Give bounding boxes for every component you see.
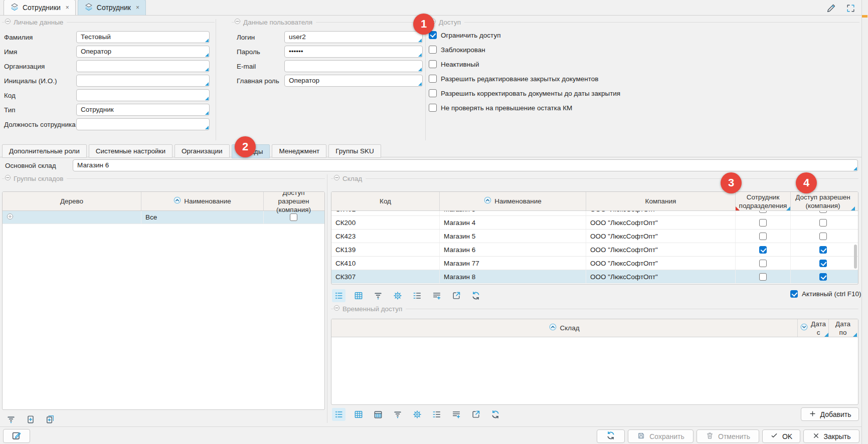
department-checkbox[interactable] (759, 246, 767, 254)
tab-организации[interactable]: Организации (175, 144, 230, 158)
refresh-icon[interactable] (469, 289, 482, 302)
personal-label-row: Фамилия (4, 31, 33, 43)
temp-table-column-label: Датас (811, 320, 826, 337)
export-icon[interactable] (469, 408, 482, 421)
shop-table-column-header[interactable]: Доступ разрешен (компания) (791, 192, 855, 210)
table-row[interactable]: СК410Магазин 77ООО "ЛюксСофтОпт" (331, 257, 858, 270)
table-row[interactable]: СК200Магазин 4ООО "ЛюксСофтОпт" (331, 216, 858, 230)
window-tab-2[interactable]: Сотрудник× (78, 0, 146, 15)
personal-input-5[interactable] (76, 89, 210, 101)
table-row[interactable]: СК423Магазин 5ООО "ЛюксСофтОпт" (331, 230, 858, 243)
user-input-4[interactable]: Оператор (284, 75, 423, 87)
filter-icon[interactable] (371, 289, 385, 302)
company-access-checkbox[interactable] (819, 233, 827, 240)
tab-close-icon[interactable]: × (136, 4, 139, 11)
department-checkbox[interactable] (759, 211, 767, 213)
table-scrollbar[interactable] (854, 245, 857, 269)
window-tab-1[interactable]: Сотрудники× (4, 0, 76, 15)
collapse-icon[interactable] (5, 18, 11, 26)
list-view-icon[interactable] (332, 408, 345, 421)
refresh-button[interactable] (597, 429, 625, 443)
refresh-icon[interactable] (488, 408, 502, 421)
personal-input-6[interactable]: Сотрудник (76, 104, 210, 116)
company-access-checkbox[interactable] (819, 260, 827, 267)
tab-менеджмент[interactable]: Менеджмент (272, 144, 326, 158)
settings-icon[interactable] (391, 289, 404, 302)
user-input-1[interactable]: user2 (284, 31, 423, 43)
department-checkbox[interactable] (759, 219, 767, 227)
groups-table-column-header[interactable]: Дерево (3, 192, 141, 210)
list-view-icon[interactable] (332, 289, 345, 302)
tab-системные-настройки[interactable]: Системные настройки (89, 144, 172, 158)
table-row[interactable]: СК402Магазин 3ООО "ЛюксСофтОпт" (331, 211, 858, 216)
edit-icon[interactable] (825, 2, 838, 15)
personal-input-3[interactable] (76, 60, 210, 72)
temp-table-column-header[interactable]: Датас (798, 319, 829, 337)
numbered-list-icon[interactable] (410, 289, 424, 302)
filter-icon[interactable] (391, 408, 404, 421)
add-row-icon[interactable] (449, 408, 463, 421)
groups-table-column-header[interactable]: Доступ разрешен (компания) (264, 192, 323, 210)
export-icon[interactable] (449, 289, 463, 302)
company-access-checkbox[interactable] (819, 246, 827, 254)
tab-дополнительные-роли[interactable]: Дополнительные роли (2, 144, 87, 158)
save-button[interactable]: Сохранить (628, 429, 693, 443)
settings-icon[interactable] (410, 408, 424, 421)
company-access-checkbox[interactable] (819, 211, 827, 213)
numbered-list-icon[interactable] (430, 408, 443, 421)
add-docs-icon[interactable] (43, 413, 57, 426)
shop-table-column-header[interactable]: Компания (586, 192, 736, 210)
shop-table-column-header[interactable]: Сотрудник подразделения (736, 192, 791, 210)
user-label-row: E-mail (237, 60, 256, 72)
user-input-2[interactable]: •••••• (284, 46, 423, 58)
department-checkbox[interactable] (759, 273, 767, 281)
cancel-button[interactable]: Отменить (697, 429, 759, 443)
collapse-icon[interactable] (5, 174, 11, 182)
personal-input-7[interactable] (76, 118, 210, 130)
add-doc-icon[interactable] (24, 413, 37, 426)
access-checkbox-6[interactable] (429, 104, 437, 112)
access-checkbox-5[interactable] (429, 89, 437, 97)
access-checkbox-3[interactable] (429, 60, 437, 68)
tab-close-icon[interactable]: × (66, 4, 69, 11)
access-checkbox-2[interactable] (429, 46, 437, 54)
grid-view-icon[interactable] (352, 289, 365, 302)
fullscreen-icon[interactable] (844, 2, 857, 15)
window-scrollbar[interactable] (861, 0, 868, 444)
company-access-checkbox[interactable] (819, 219, 827, 227)
personal-input-4[interactable] (76, 75, 210, 87)
shop-table-column-header[interactable]: Код (331, 192, 440, 210)
annotation-badge-4: 4 (796, 172, 817, 193)
add-button[interactable]: Добавить (801, 407, 859, 421)
tree-plus-icon[interactable] (7, 213, 14, 221)
table-row[interactable]: СК139Магазин 6ООО "ЛюксСофтОпт" (331, 243, 858, 257)
temp-table-column-header[interactable]: Склад (331, 319, 798, 337)
collapse-icon[interactable] (234, 18, 241, 26)
temp-table-column-header[interactable]: Дата по (829, 319, 857, 337)
add-row-icon[interactable] (430, 289, 443, 302)
close-button[interactable]: Закрыть (803, 429, 859, 443)
cancel-button-label: Отменить (718, 432, 750, 440)
warehouse-groups-toolbar (4, 413, 57, 426)
table-row[interactable]: СК307Магазин 8ООО "ЛюксСофтОпт" (331, 270, 858, 284)
edit-record-button[interactable] (3, 429, 30, 443)
access-checkbox-4[interactable] (429, 75, 437, 83)
groups-table-column-header[interactable]: Наименование (141, 192, 264, 210)
personal-input-2[interactable]: Оператор (76, 46, 210, 58)
collapse-icon[interactable] (333, 305, 340, 313)
grid-view-icon[interactable] (352, 408, 365, 421)
calendar-icon[interactable] (371, 408, 385, 421)
tab-группы-sku[interactable]: Группы SKU (328, 144, 381, 158)
user-input-3[interactable] (284, 60, 423, 72)
filter-icon[interactable] (4, 413, 18, 426)
personal-input-1[interactable]: Тестовый (76, 31, 210, 43)
department-checkbox[interactable] (759, 260, 767, 267)
ok-button[interactable]: OK (762, 429, 800, 443)
company-access-checkbox[interactable] (819, 273, 827, 281)
active-checkbox[interactable] (790, 290, 798, 298)
company-access-checkbox[interactable] (290, 213, 297, 221)
main-warehouse-input[interactable]: Магазин 6 (73, 159, 858, 171)
department-checkbox[interactable] (759, 233, 767, 240)
shop-table-column-header[interactable]: Наименование (440, 192, 586, 210)
collapse-icon[interactable] (333, 174, 340, 182)
